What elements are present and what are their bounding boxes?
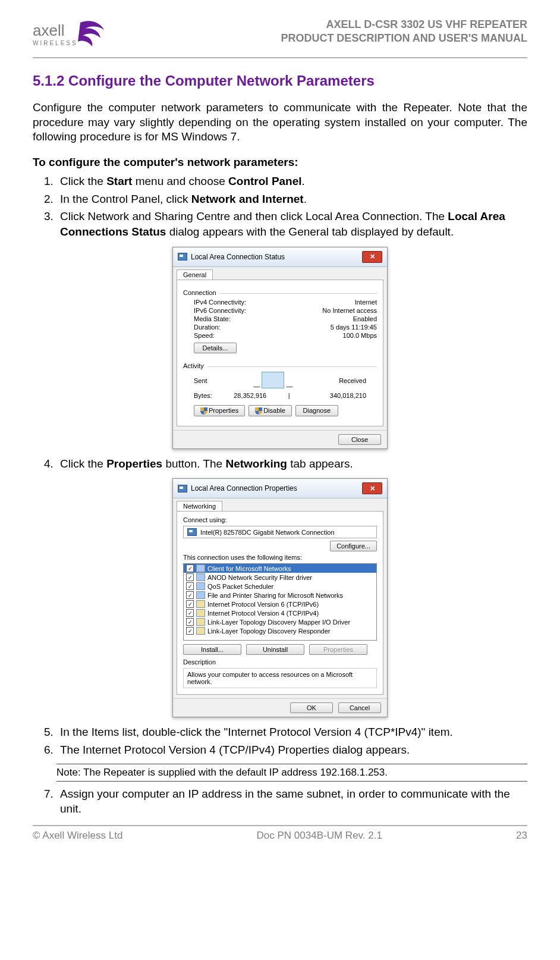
checkbox-icon[interactable]: ✓ bbox=[186, 573, 194, 581]
bytes-row: Bytes: 28,352,916 | 340,018,210 bbox=[194, 392, 366, 399]
properties-button[interactable]: Properties bbox=[194, 405, 245, 416]
protocol-icon bbox=[196, 627, 205, 635]
procedure-subhead: To configure the computer's network para… bbox=[33, 156, 527, 169]
footer-center: Doc PN 0034B-UM Rev. 2.1 bbox=[257, 830, 382, 842]
details-button[interactable]: Details... bbox=[194, 343, 237, 353]
intro-paragraph: Configure the computer network parameter… bbox=[33, 101, 527, 145]
service-icon bbox=[196, 582, 205, 590]
service-icon bbox=[196, 591, 205, 599]
list-item[interactable]: ✓Link-Layer Topology Discovery Responder bbox=[184, 626, 376, 635]
items-listbox[interactable]: ✓Client for Microsoft Networks ✓ANOD Net… bbox=[183, 563, 377, 641]
ok-button[interactable]: OK bbox=[290, 702, 333, 713]
network-icon bbox=[178, 485, 187, 492]
configure-button[interactable]: Configure... bbox=[330, 541, 377, 551]
service-icon bbox=[196, 573, 205, 581]
close-dialog-button[interactable]: Close bbox=[338, 434, 381, 445]
list-item[interactable]: ✓Internet Protocol Version 6 (TCP/IPv6) bbox=[184, 600, 376, 608]
checkbox-icon[interactable]: ✓ bbox=[186, 627, 194, 635]
step-1: Click the Start menu and choose Control … bbox=[56, 174, 527, 189]
status-dialog: Local Area Connection Status ✕ General C… bbox=[172, 247, 388, 449]
status-dialog-titlebar: Local Area Connection Status ✕ bbox=[173, 247, 387, 267]
kv-row: IPv6 Connectivity:No Internet access bbox=[194, 307, 377, 314]
page-footer: © Axell Wireless Ltd Doc PN 0034B-UM Rev… bbox=[33, 825, 527, 842]
properties-dialog-titlebar: Local Area Connection Properties ✕ bbox=[173, 479, 387, 498]
client-icon bbox=[196, 564, 205, 572]
list-item[interactable]: ✓Internet Protocol Version 4 (TCP/IPv4) bbox=[184, 608, 376, 617]
disable-button[interactable]: Disable bbox=[248, 405, 292, 416]
doc-title: AXELL D-CSR 3302 US VHF REPEATER PRODUCT… bbox=[281, 18, 527, 46]
items-label: This connection uses the following items… bbox=[183, 554, 377, 561]
close-button[interactable]: ✕ bbox=[362, 251, 382, 263]
brand-text-bottom: WIRELESS bbox=[33, 40, 78, 46]
checkbox-icon[interactable]: ✓ bbox=[186, 600, 194, 608]
doc-title-line2: PRODUCT DESCRIPTION AND USER'S MANUAL bbox=[281, 32, 527, 45]
protocol-icon bbox=[196, 618, 205, 626]
procedure-list: Click the Start menu and choose Control … bbox=[33, 174, 527, 240]
brand-text-top: axell bbox=[33, 21, 64, 39]
note-block: Note: The Repeater is supplied with the … bbox=[56, 764, 527, 782]
step-4: Click the Properties button. The Network… bbox=[56, 456, 527, 472]
checkbox-icon[interactable]: ✓ bbox=[186, 618, 194, 626]
procedure-list-cont: Click the Properties button. The Network… bbox=[33, 456, 527, 472]
procedure-list-cont3: Assign your computer an IP address in th… bbox=[33, 786, 527, 817]
kv-row: Duration:5 days 11:19:45 bbox=[194, 324, 377, 331]
kv-row: Speed:100.0 Mbps bbox=[194, 332, 377, 339]
step-7: Assign your computer an IP address in th… bbox=[56, 786, 527, 817]
properties-dialog-title: Local Area Connection Properties bbox=[191, 484, 297, 492]
item-properties-button[interactable]: Properties bbox=[309, 644, 367, 655]
nic-field: Intel(R) 82578DC Gigabit Network Connect… bbox=[183, 526, 377, 538]
description-label: Description bbox=[183, 658, 377, 666]
close-button[interactable]: ✕ bbox=[362, 482, 382, 494]
network-icon bbox=[178, 253, 187, 261]
header-rule bbox=[33, 57, 527, 58]
section-heading: 5.1.2 Configure the Computer Network Par… bbox=[33, 73, 527, 89]
networking-tab[interactable]: Networking bbox=[177, 501, 222, 511]
checkbox-icon[interactable]: ✓ bbox=[186, 582, 194, 590]
step-2: In the Control Panel, click Network and … bbox=[56, 192, 527, 207]
uninstall-button[interactable]: Uninstall bbox=[246, 644, 304, 655]
list-item[interactable]: ✓QoS Packet Scheduler bbox=[184, 582, 376, 591]
footer-left: © Axell Wireless Ltd bbox=[33, 830, 122, 842]
doc-title-line1: AXELL D-CSR 3302 US VHF REPEATER bbox=[281, 18, 527, 32]
checkbox-icon[interactable]: ✓ bbox=[186, 564, 194, 572]
diagnose-button[interactable]: Diagnose bbox=[295, 405, 338, 416]
swirl-icon bbox=[78, 21, 104, 46]
activity-row: Sent — — Received bbox=[194, 372, 366, 390]
kv-row: Media State:Enabled bbox=[194, 315, 377, 322]
shield-icon bbox=[200, 407, 207, 415]
footer-page-number: 23 bbox=[516, 830, 527, 842]
status-dialog-title: Local Area Connection Status bbox=[191, 253, 285, 261]
list-item[interactable]: ✓Link-Layer Topology Discovery Mapper I/… bbox=[184, 617, 376, 626]
general-tab[interactable]: General bbox=[177, 269, 213, 280]
connect-using-label: Connect using: bbox=[183, 516, 377, 523]
adapter-icon bbox=[187, 528, 197, 536]
step-5: In the Items list, double-click the "Int… bbox=[56, 724, 527, 740]
checkbox-icon[interactable]: ✓ bbox=[186, 609, 194, 617]
list-item[interactable]: ✓File and Printer Sharing for Microsoft … bbox=[184, 591, 376, 600]
install-button[interactable]: Install... bbox=[183, 644, 241, 655]
brand-logo: axell WIRELESS bbox=[33, 18, 110, 51]
page-header: axell WIRELESS AXELL D-CSR 3302 US VHF R… bbox=[33, 18, 527, 51]
protocol-icon bbox=[196, 609, 205, 617]
shield-icon bbox=[255, 407, 262, 415]
procedure-list-cont2: In the Items list, double-click the "Int… bbox=[33, 724, 527, 757]
step-3: Click Network and Sharing Centre and the… bbox=[56, 209, 527, 239]
list-item[interactable]: ✓ANOD Network Security Filter driver bbox=[184, 573, 376, 582]
activity-group-label: Activity bbox=[183, 362, 207, 369]
description-text: Allows your computer to access resources… bbox=[183, 668, 377, 688]
protocol-icon bbox=[196, 600, 205, 608]
properties-dialog: Local Area Connection Properties ✕ Netwo… bbox=[172, 478, 388, 717]
connection-group-label: Connection bbox=[183, 289, 220, 296]
monitors-icon bbox=[262, 372, 284, 388]
checkbox-icon[interactable]: ✓ bbox=[186, 591, 194, 599]
cancel-button[interactable]: Cancel bbox=[338, 702, 381, 713]
kv-row: IPv4 Connectivity:Internet bbox=[194, 299, 377, 306]
list-item[interactable]: ✓Client for Microsoft Networks bbox=[184, 564, 376, 573]
step-6: The Internet Protocol Version 4 (TCP/IPv… bbox=[56, 742, 527, 758]
